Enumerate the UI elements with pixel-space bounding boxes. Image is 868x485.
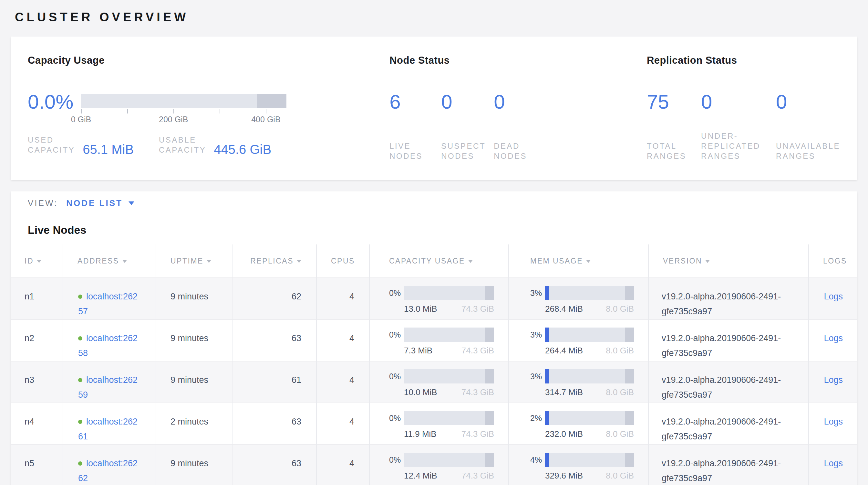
live-nodes-stat: 6 LIVE NODES [390, 91, 441, 161]
node-row-n1: n1localhost:262 579 minutes6240%13.0 MiB… [11, 278, 857, 319]
reserved-segment [485, 411, 494, 425]
node-id-cell: n1 [11, 278, 63, 319]
node-logs-link[interactable]: Logs [824, 417, 843, 426]
node-address-link[interactable]: localhost:262 61 [78, 417, 137, 441]
mem-total-value: 8.0 GiB [606, 303, 634, 314]
capacity-axis-labels: 0 GiB200 GiB400 GiB [81, 113, 286, 124]
mem-usage-bar-row: 3% [530, 286, 634, 300]
mem-percent-label: 3% [530, 372, 545, 381]
replication-status-section: Replication Status 75 TOTAL RANGES 0 UND… [647, 52, 840, 161]
mem-usage-bar-row: 2% [530, 411, 634, 425]
under-replicated-ranges-value: 0 [701, 91, 776, 112]
node-logs-link[interactable]: Logs [824, 292, 843, 301]
capacity-used-percent: 0.0% [28, 91, 81, 112]
reserved-segment [625, 369, 634, 383]
used-segment [545, 327, 549, 342]
capacity-usage-chart: 0 GiB200 GiB400 GiB [81, 91, 286, 124]
column-header-id[interactable]: ID [11, 245, 63, 278]
capacity-used-value: 12.4 MiB [404, 470, 437, 481]
nodes-card: VIEW: NODE LIST Live Nodes ID ADDRESS UP… [11, 192, 857, 485]
used-segment [545, 286, 549, 300]
column-header-capacity-usage[interactable]: CAPACITY USAGE [369, 245, 508, 278]
mem-percent-label: 3% [530, 330, 545, 340]
column-header-address[interactable]: ADDRESS [63, 245, 156, 278]
capacity-usage-cell: 0%11.9 MiB74.3 GiB [369, 403, 508, 445]
total-ranges-label: TOTAL RANGES [647, 141, 686, 161]
dead-nodes-value: 0 [494, 91, 527, 112]
mem-usage-bar [545, 286, 634, 300]
capacity-total-value: 74.3 GiB [461, 470, 494, 481]
node-address: localhost:262 62 [78, 458, 137, 483]
mem-usage-labels: 268.4 MiB8.0 GiB [545, 303, 634, 314]
unavailable-ranges-label: UNAVAILABLE RANGES [776, 141, 840, 161]
live-status-icon [78, 461, 82, 465]
column-header-uptime[interactable]: UPTIME [156, 245, 232, 278]
mem-usage-bar-row: 4% [530, 453, 634, 467]
capacity-usage-cell: 0%10.0 MiB74.3 GiB [369, 361, 508, 403]
capacity-total-value: 74.3 GiB [461, 345, 494, 356]
live-nodes-table: ID ADDRESS UPTIME REPLICAS CPUS CAPACITY… [11, 245, 857, 485]
capacity-usage-bar [404, 286, 494, 300]
reserved-segment [485, 453, 494, 467]
column-header-mem-usage[interactable]: MEM USAGE [508, 245, 648, 278]
node-address: localhost:262 58 [78, 333, 137, 358]
mem-usage-cell: 3%314.7 MiB8.0 GiB [508, 361, 648, 403]
axis-tick [127, 109, 128, 113]
suspect-nodes-stat: 0 SUSPECT NODES [441, 91, 494, 161]
node-address-link[interactable]: localhost:262 59 [78, 375, 137, 400]
sort-caret-icon [586, 260, 591, 263]
node-uptime-cell: 2 minutes [156, 403, 232, 445]
node-address-link[interactable]: localhost:262 58 [78, 333, 137, 358]
capacity-usage-cell: 0%7.3 MiB74.3 GiB [369, 319, 508, 361]
node-address-link[interactable]: localhost:262 57 [78, 292, 137, 316]
node-version-cell: v19.2.0-alpha.20190606-2491- gfe735c9a97 [648, 361, 809, 403]
node-logs-link[interactable]: Logs [824, 333, 843, 343]
mem-usage-bar-row: 3% [530, 369, 634, 383]
column-header-logs: LOGS [809, 245, 857, 278]
capacity-total-value: 74.3 GiB [461, 303, 494, 314]
suspect-nodes-label: SUSPECT NODES [441, 141, 486, 161]
mem-usage-labels: 329.6 MiB8.0 GiB [545, 470, 634, 481]
reserved-segment [625, 453, 634, 467]
column-header-version[interactable]: VERSION [648, 245, 809, 278]
node-cpus-cell: 4 [316, 319, 369, 361]
capacity-percent-label: 0% [389, 455, 404, 465]
mem-percent-label: 2% [530, 413, 545, 423]
mem-usage-bar [545, 453, 634, 467]
chevron-down-icon [128, 201, 134, 205]
capacity-usage-labels: 12.4 MiB74.3 GiB [404, 470, 494, 481]
mem-used-value: 314.7 MiB [545, 387, 583, 398]
mem-used-value: 264.4 MiB [545, 345, 583, 356]
capacity-usage-bar [404, 453, 494, 467]
under-replicated-ranges-label: UNDER- REPLICATED RANGES [701, 131, 761, 161]
capacity-bar-reserved-segment [257, 94, 286, 108]
sort-caret-icon [705, 260, 710, 263]
sort-caret-icon [297, 260, 301, 263]
cluster-summary-card: Capacity Usage 0.0% 0 GiB200 GiB400 GiB … [11, 36, 857, 180]
dead-nodes-stat: 0 DEAD NODES [494, 91, 527, 161]
node-logs-cell: Logs [809, 361, 857, 403]
live-status-icon [78, 336, 82, 340]
node-uptime-cell: 9 minutes [156, 278, 232, 319]
mem-usage-labels: 314.7 MiB8.0 GiB [545, 387, 634, 398]
view-selector[interactable]: NODE LIST [66, 198, 134, 208]
sort-caret-icon [122, 260, 127, 263]
node-logs-link[interactable]: Logs [824, 375, 843, 385]
capacity-used-value: 10.0 MiB [404, 387, 437, 398]
node-replicas-cell: 62 [232, 278, 316, 319]
sort-caret-icon [37, 260, 41, 263]
capacity-stats: USED CAPACITY 65.1 MiB USABLE CAPACITY 4… [28, 135, 390, 155]
live-status-icon [78, 378, 82, 382]
column-header-replicas[interactable]: REPLICAS [232, 245, 316, 278]
mem-total-value: 8.0 GiB [606, 345, 634, 356]
node-address-link[interactable]: localhost:262 62 [78, 458, 137, 483]
live-nodes-value: 6 [390, 91, 441, 112]
node-cpus-cell: 4 [316, 278, 369, 319]
mem-usage-cell: 3%268.4 MiB8.0 GiB [508, 278, 648, 319]
capacity-usage-bar [404, 369, 494, 383]
node-logs-link[interactable]: Logs [824, 458, 843, 468]
under-replicated-ranges-stat: 0 UNDER- REPLICATED RANGES [701, 91, 776, 161]
reserved-segment [485, 369, 494, 383]
usable-capacity-label: USABLE CAPACITY [159, 135, 206, 155]
reserved-segment [485, 286, 494, 300]
